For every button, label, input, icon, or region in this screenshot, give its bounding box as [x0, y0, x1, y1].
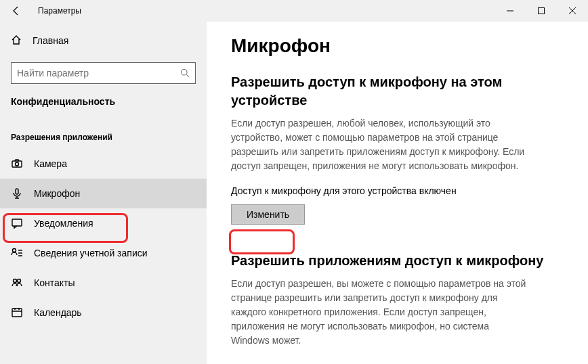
page-title: Микрофон	[231, 35, 566, 57]
sidebar-item-camera[interactable]: Камера	[0, 149, 207, 179]
back-button[interactable]	[0, 0, 33, 22]
group-label: Разрешения приложений	[0, 123, 207, 149]
window-title: Параметры	[38, 6, 81, 16]
svg-rect-5	[12, 219, 22, 226]
sidebar-item-label: Уведомления	[34, 218, 93, 229]
svg-point-6	[13, 249, 16, 252]
sidebar-item-label: Микрофон	[34, 188, 80, 199]
contacts-icon	[11, 277, 23, 289]
section2-heading: Разрешить приложениям доступ к микрофону	[231, 252, 566, 270]
svg-point-7	[14, 279, 17, 283]
search-box[interactable]	[11, 62, 196, 84]
category-title: Конфиденциальность	[0, 89, 207, 123]
sidebar-item-notifications[interactable]: Уведомления	[0, 208, 207, 238]
svg-rect-4	[16, 189, 18, 194]
svg-rect-0	[539, 8, 545, 14]
arrow-left-icon	[11, 5, 22, 16]
calendar-icon	[11, 306, 23, 319]
sidebar-item-microphone[interactable]: Микрофон	[0, 179, 207, 208]
window-controls	[495, 0, 588, 22]
microphone-icon	[11, 187, 23, 200]
maximize-icon	[538, 7, 545, 14]
change-button[interactable]: Изменить	[231, 204, 305, 225]
sidebar: Главная Конфиденциальность Разрешения пр…	[0, 22, 207, 364]
section1-heading: Разрешить доступ к микрофону на этом уст…	[231, 73, 566, 110]
minimize-button[interactable]	[495, 0, 526, 22]
home-label: Главная	[33, 35, 68, 46]
main-content: Микрофон Разрешить доступ к микрофону на…	[207, 22, 588, 364]
sidebar-item-label: Камера	[34, 158, 67, 169]
sidebar-item-account-info[interactable]: Сведения учетной записи	[0, 238, 207, 268]
search-icon	[180, 68, 190, 78]
sidebar-item-contacts[interactable]: Контакты	[0, 268, 207, 298]
svg-point-8	[18, 279, 21, 283]
svg-point-3	[16, 162, 19, 166]
close-button[interactable]	[557, 0, 588, 22]
close-icon	[569, 7, 576, 14]
home-link[interactable]: Главная	[0, 27, 207, 54]
home-icon	[11, 35, 22, 47]
section1-body: Если доступ разрешен, любой человек, исп…	[231, 116, 529, 173]
sidebar-item-label: Календарь	[34, 307, 82, 318]
svg-rect-9	[12, 309, 22, 317]
section2-body: Если доступ разрешен, вы можете с помощь…	[231, 277, 529, 348]
svg-point-1	[181, 69, 187, 75]
minimize-icon	[507, 7, 513, 14]
sidebar-item-label: Контакты	[34, 277, 75, 288]
camera-icon	[11, 158, 23, 170]
sidebar-item-label: Сведения учетной записи	[34, 248, 148, 258]
sidebar-item-calendar[interactable]: Календарь	[0, 298, 207, 327]
search-input[interactable]	[17, 68, 180, 78]
access-status: Доступ к микрофону для этого устройства …	[231, 185, 566, 196]
titlebar: Параметры	[0, 0, 588, 22]
account-info-icon	[11, 247, 23, 259]
notifications-icon	[11, 217, 23, 229]
maximize-button[interactable]	[526, 0, 557, 22]
